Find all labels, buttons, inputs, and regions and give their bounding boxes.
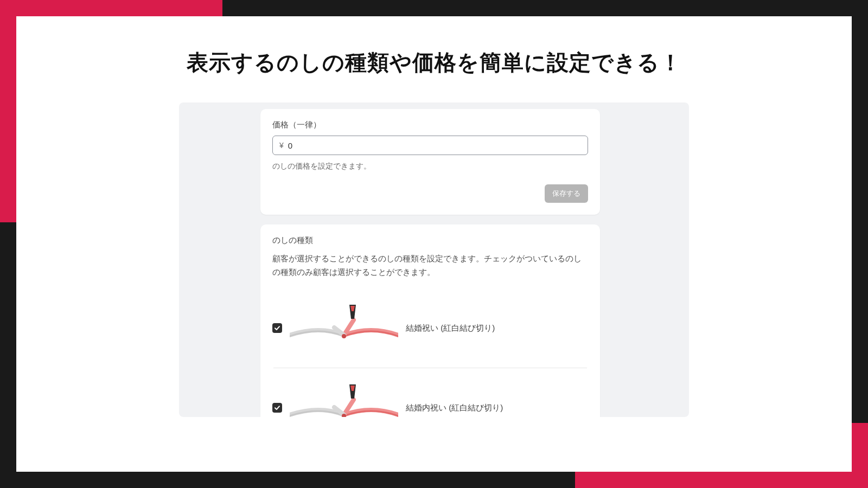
noshi-type-row: 結婚内祝い (紅白結び切り) bbox=[272, 368, 588, 417]
types-description: 顧客が選択することができるのしの種類を設定できます。チェックがついているのしの種… bbox=[272, 252, 588, 279]
headline-text: 表示するのしの種類や価格を簡単に設定できる！ bbox=[187, 48, 682, 78]
yen-icon: ¥ bbox=[279, 141, 284, 150]
noshi-checkbox[interactable] bbox=[272, 403, 282, 413]
noshi-checkbox[interactable] bbox=[272, 323, 282, 333]
cards-column: 価格（一律） ¥ のしの価格を設定できます。 保存する のしの種類 顧客が選択す… bbox=[260, 109, 600, 410]
price-card: 価格（一律） ¥ のしの価格を設定できます。 保存する bbox=[260, 109, 600, 215]
noshi-types-card: のしの種類 顧客が選択することができるのしの種類を設定できます。チェックがついて… bbox=[260, 224, 600, 417]
noshi-type-label: 結婚内祝い (紅白結び切り) bbox=[406, 403, 503, 413]
noshi-type-label: 結婚祝い (紅白結び切り) bbox=[406, 323, 495, 333]
check-icon bbox=[274, 325, 280, 331]
check-icon bbox=[274, 404, 280, 411]
noshi-type-row: 結婚祝い (紅白結び切り) bbox=[272, 288, 588, 368]
right-gutter bbox=[607, 109, 682, 410]
noshi-mizuhiki-icon bbox=[290, 304, 398, 352]
price-input-wrap[interactable]: ¥ bbox=[272, 136, 588, 155]
types-title: のしの種類 bbox=[272, 235, 588, 246]
save-button[interactable]: 保存する bbox=[545, 184, 588, 203]
svg-point-0 bbox=[342, 334, 346, 338]
slide-frame: 表示するのしの種類や価格を簡単に設定できる！ 価格（一律） ¥ のしの価格を設定… bbox=[0, 0, 868, 488]
price-label: 価格（一律） bbox=[272, 120, 588, 130]
noshi-mizuhiki-icon bbox=[290, 383, 398, 417]
content-panel: 表示するのしの種類や価格を簡単に設定できる！ 価格（一律） ¥ のしの価格を設定… bbox=[16, 16, 852, 472]
price-input[interactable] bbox=[288, 141, 581, 150]
app-preview-area: 価格（一律） ¥ のしの価格を設定できます。 保存する のしの種類 顧客が選択す… bbox=[179, 102, 689, 417]
price-help-text: のしの価格を設定できます。 bbox=[272, 162, 588, 171]
sidebar-placeholder bbox=[186, 109, 254, 410]
